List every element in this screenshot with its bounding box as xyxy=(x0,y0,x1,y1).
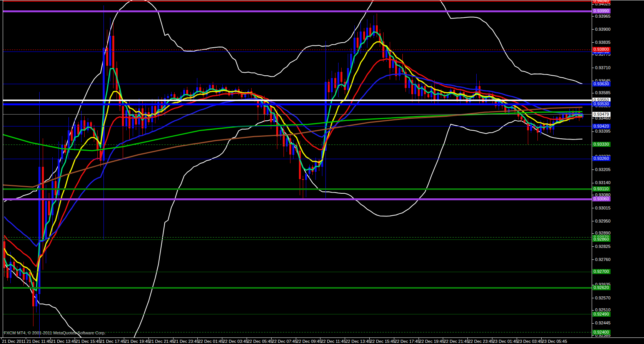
time-tick xyxy=(345,338,345,339)
time-label: 21 Dec 23:45 xyxy=(174,339,199,344)
time-label: 22 Dec 13:45 xyxy=(345,339,370,344)
price-label: 0.93140 xyxy=(595,180,611,185)
price-level-badge: 0.93060 xyxy=(592,196,611,201)
price-level-badge: 0.93800 xyxy=(592,47,611,52)
time-tick xyxy=(320,338,320,339)
price-tick xyxy=(592,335,594,336)
window-top-border xyxy=(0,0,644,0)
time-tick xyxy=(541,338,542,339)
price-label: 0.93585 xyxy=(595,90,611,95)
time-tick xyxy=(369,338,370,339)
price-level-badge: 0.93630 xyxy=(592,81,611,86)
time-label: 22 Dec 09:45 xyxy=(297,339,322,344)
time-label: 21 Dec 15:45 xyxy=(75,339,100,344)
time-tick xyxy=(443,338,443,339)
price-label: 0.93710 xyxy=(595,65,611,70)
price-tick xyxy=(592,170,594,170)
price-level-badge: 0.93420 xyxy=(592,124,611,129)
ma-red xyxy=(4,59,582,266)
price-label: 0.93900 xyxy=(595,27,611,32)
time-label: 22 Dec 03:45 xyxy=(223,339,248,344)
price-tick xyxy=(592,131,594,132)
price-level-badge: 0.93330 xyxy=(592,142,611,147)
price-label: 0.92950 xyxy=(595,219,611,224)
price-level-badge: 0.92400 xyxy=(592,330,611,335)
time-label: 22 Dec 07:45 xyxy=(272,339,297,344)
mt4-chart-window: FXCM MT4, © 2001-2011 MetaQuotes Softwar… xyxy=(0,0,644,344)
price-tick xyxy=(592,208,594,208)
time-label: 22 Dec 21:45 xyxy=(444,339,469,344)
price-tick xyxy=(592,221,594,221)
price-tick xyxy=(592,259,594,260)
price-level-badge: 0.93260 xyxy=(592,156,611,161)
time-label: 21 Dec 19:45 xyxy=(125,339,150,344)
price-label: 0.93395 xyxy=(595,129,611,134)
price-tick xyxy=(592,233,594,234)
time-tick xyxy=(296,338,296,339)
price-label: 0.92825 xyxy=(595,244,611,249)
time-tick xyxy=(124,338,124,339)
price-label: 0.93965 xyxy=(595,14,611,19)
price-tick xyxy=(592,298,594,298)
chart-canvas[interactable]: FXCM MT4, © 2001-2011 MetaQuotes Softwar… xyxy=(3,0,592,337)
time-label: 23 Dec 01:45 xyxy=(493,339,518,344)
time-tick xyxy=(492,338,492,339)
time-label: 21 Dec 2011 xyxy=(2,339,26,344)
price-level-badge: 0.94040 xyxy=(592,0,611,3)
time-label: 21 Dec 13:45 xyxy=(51,339,76,344)
price-tick xyxy=(592,246,594,247)
time-label: 21 Dec 21:45 xyxy=(149,339,174,344)
price-tick xyxy=(592,4,594,5)
time-label: 21 Dec 17:45 xyxy=(100,339,125,344)
time-label: 21 Dec 11:45 xyxy=(27,339,52,344)
time-label: 22 Dec 05:45 xyxy=(247,339,272,344)
price-tick xyxy=(592,183,594,183)
price-label: 0.92570 xyxy=(595,296,611,301)
time-tick xyxy=(222,338,222,339)
time-label: 22 Dec 01:45 xyxy=(198,339,223,344)
time-tick xyxy=(50,338,51,339)
time-tick xyxy=(517,338,517,339)
price-level-badge: 0.92860 xyxy=(592,237,611,242)
time-axis[interactable]: 21 Dec 201121 Dec 11:4521 Dec 13:4521 De… xyxy=(0,337,644,344)
price-label: 0.93015 xyxy=(595,206,611,211)
price-tick xyxy=(592,16,594,17)
price-label: 0.92445 xyxy=(595,321,611,326)
copyright-text: FXCM MT4, © 2001-2011 MetaQuotes Softwar… xyxy=(4,331,106,335)
price-tick xyxy=(592,55,594,55)
time-tick xyxy=(247,338,247,339)
price-level-badge: 0.93110 xyxy=(592,186,610,191)
time-label: 22 Dec 15:45 xyxy=(370,339,395,344)
time-label: 22 Dec 23:45 xyxy=(468,339,493,344)
time-tick xyxy=(26,338,26,339)
time-label: 22 Dec 11:45 xyxy=(321,339,346,344)
time-label: 22 Dec 17:45 xyxy=(395,339,420,344)
time-tick xyxy=(75,338,75,339)
price-tick xyxy=(592,118,594,118)
price-tick xyxy=(592,195,594,195)
time-tick xyxy=(467,338,468,339)
time-tick xyxy=(99,338,100,339)
price-level-badge: 0.93530 xyxy=(592,101,611,106)
time-tick xyxy=(271,338,272,339)
price-level-badge: 0.92620 xyxy=(592,285,611,290)
time-label: 22 Dec 19:45 xyxy=(419,339,444,344)
price-tick xyxy=(592,310,594,311)
price-level-badge: 0.93990 xyxy=(592,8,611,13)
price-tick xyxy=(592,29,594,30)
price-tick xyxy=(592,93,594,93)
candlestick-plot xyxy=(3,0,592,337)
price-axis[interactable]: 0.940250.939650.939000.938350.937750.937… xyxy=(592,0,644,337)
price-level-badge: 0.92700 xyxy=(592,269,611,274)
time-tick xyxy=(173,338,174,339)
price-label: 0.93205 xyxy=(595,167,611,172)
time-tick xyxy=(394,338,394,339)
price-tick xyxy=(592,68,594,68)
ma-springgreen-fast xyxy=(4,32,582,291)
price-tick xyxy=(592,323,594,324)
time-tick xyxy=(197,338,198,339)
time-label: 23 Dec 05:45 xyxy=(542,339,567,344)
time-tick xyxy=(1,338,2,339)
current-price-badge: 0.93479 xyxy=(592,112,611,117)
price-label: 0.93835 xyxy=(595,40,611,45)
